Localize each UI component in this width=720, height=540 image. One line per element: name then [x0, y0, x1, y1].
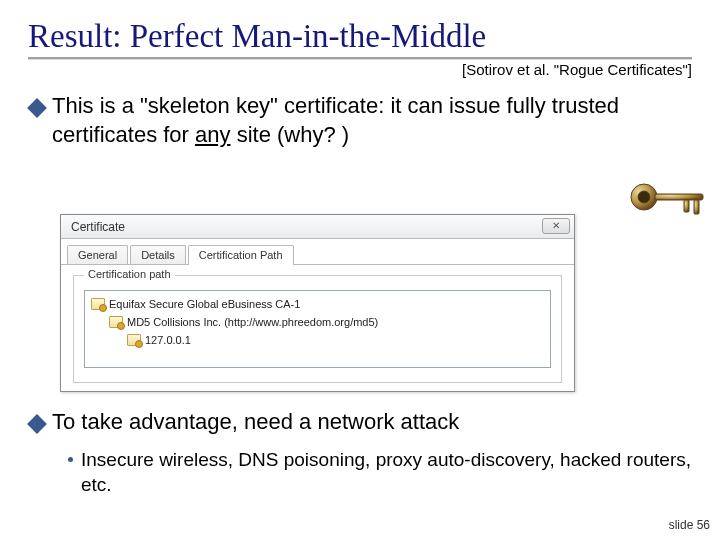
- diamond-bullet-icon: [27, 414, 47, 434]
- certificate-icon: [91, 298, 105, 310]
- title-divider: [28, 57, 692, 59]
- svg-rect-2: [655, 194, 703, 200]
- window-titlebar: Certificate ✕: [61, 215, 574, 239]
- tree-label-intermediate: MD5 Collisions Inc. (http://www.phreedom…: [127, 316, 378, 328]
- tree-label-leaf: 127.0.0.1: [145, 334, 191, 346]
- sub-bullet-1-text: Insecure wireless, DNS poisoning, proxy …: [81, 447, 692, 498]
- bullet-1-underline: any: [195, 122, 230, 147]
- tree-row-leaf[interactable]: 127.0.0.1: [91, 331, 544, 349]
- bullet-1-post: site (why? ): [231, 122, 350, 147]
- svg-rect-4: [694, 200, 699, 214]
- certificate-icon: [109, 316, 123, 328]
- fieldset-legend: Certification path: [84, 268, 175, 280]
- tab-certification-path[interactable]: Certification Path: [188, 245, 294, 265]
- tree-row-intermediate[interactable]: MD5 Collisions Inc. (http://www.phreedom…: [91, 313, 544, 331]
- close-button[interactable]: ✕: [542, 218, 570, 234]
- certificate-icon: [127, 334, 141, 346]
- tab-strip: General Details Certification Path: [61, 239, 574, 265]
- svg-point-1: [638, 191, 650, 203]
- skeleton-key-icon: [628, 177, 710, 227]
- tab-general[interactable]: General: [67, 245, 128, 264]
- diamond-bullet-icon: [27, 98, 47, 118]
- sub-bullet-1: Insecure wireless, DNS poisoning, proxy …: [68, 447, 692, 498]
- bullet-1: This is a "skeleton key" certificate: it…: [28, 92, 692, 149]
- certificate-window: Certificate ✕ General Details Certificat…: [60, 214, 575, 392]
- dot-bullet-icon: [68, 457, 73, 462]
- tree-label-root: Equifax Secure Global eBusiness CA-1: [109, 298, 300, 310]
- close-icon: ✕: [552, 221, 560, 231]
- window-title: Certificate: [71, 220, 125, 234]
- svg-rect-3: [684, 200, 689, 212]
- bullet-1-text: This is a "skeleton key" certificate: it…: [52, 92, 692, 149]
- slide-title: Result: Perfect Man-in-the-Middle: [28, 18, 692, 55]
- bullet-2-text: To take advantage, need a network attack: [52, 408, 459, 437]
- tree-row-root[interactable]: Equifax Secure Global eBusiness CA-1: [91, 295, 544, 313]
- bullet-2: To take advantage, need a network attack: [28, 408, 692, 437]
- window-body: Certification path Equifax Secure Global…: [61, 265, 574, 393]
- slide-number: slide 56: [669, 518, 710, 532]
- cert-tree: Equifax Secure Global eBusiness CA-1 MD5…: [84, 290, 551, 368]
- certification-path-fieldset: Certification path Equifax Secure Global…: [73, 275, 562, 383]
- citation-text: [Sotirov et al. "Rogue Certificates"]: [28, 61, 692, 78]
- tab-details[interactable]: Details: [130, 245, 186, 264]
